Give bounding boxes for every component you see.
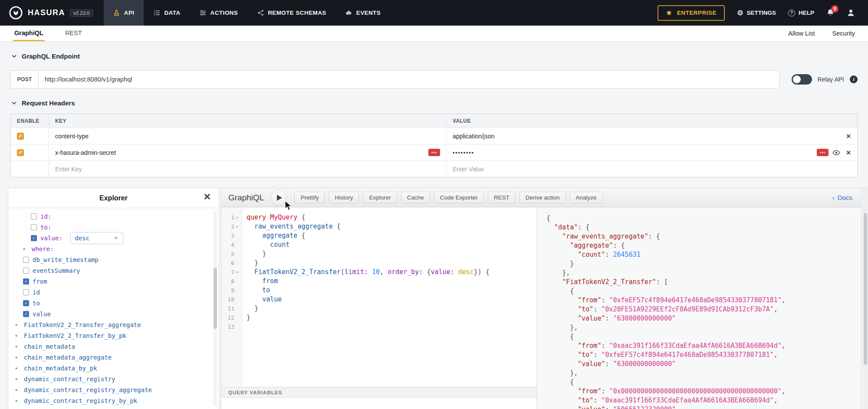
explorer-item-dynamic-contract-registry[interactable]: ▸dynamic_contract_registry: [8, 373, 219, 384]
expand-arrow-icon[interactable]: ▸: [15, 398, 20, 403]
link-allow-list[interactable]: Allow List: [788, 30, 815, 37]
field-checkbox[interactable]: [23, 289, 29, 295]
explorer-item-where-[interactable]: ▸where:: [8, 243, 219, 254]
remove-header-button[interactable]: ✕: [844, 133, 851, 140]
field-checkbox[interactable]: ✓: [31, 235, 37, 241]
hasura-brand[interactable]: HASURA v2.23.0: [0, 0, 104, 26]
query-variables-editor[interactable]: [221, 398, 537, 409]
expand-arrow-icon[interactable]: ▸: [15, 333, 20, 338]
field-checkbox[interactable]: [23, 268, 29, 274]
query-code[interactable]: query MyQuery { raw_events_aggregate { a…: [242, 207, 537, 387]
scrollbar-thumb[interactable]: [864, 213, 867, 365]
explorer-item-label: db_write_timestamp: [33, 256, 99, 263]
fold-arrow-icon[interactable]: ▾: [236, 224, 240, 229]
info-icon[interactable]: i: [850, 75, 858, 83]
nav-item-data[interactable]: DATA: [144, 0, 190, 26]
field-checkbox[interactable]: ✓: [23, 300, 29, 306]
field-checkbox[interactable]: ✓: [23, 278, 29, 285]
enterprise-button[interactable]: ENTERPRISE: [658, 5, 725, 21]
fold-arrow-icon[interactable]: ▾: [236, 215, 240, 220]
field-checkbox[interactable]: ✓: [23, 311, 29, 317]
field-checkbox[interactable]: [23, 257, 29, 263]
query-line: raw_events_aggregate {: [247, 222, 537, 231]
expand-arrow-icon[interactable]: ▸: [15, 322, 20, 327]
toolbar-button-explorer[interactable]: Explorer: [363, 192, 397, 203]
response-scrollbar[interactable]: [863, 187, 868, 409]
relay-api-toggle[interactable]: [792, 74, 812, 85]
explorer-item-to-[interactable]: to:: [8, 222, 219, 232]
link-security[interactable]: Security: [832, 30, 855, 37]
endpoint-row: POST Relay API i: [10, 70, 858, 88]
remove-header-button[interactable]: ✕: [844, 149, 851, 156]
expand-arrow-icon[interactable]: ▸: [15, 376, 20, 382]
toolbar-button-code-exporter[interactable]: Code Exporter: [434, 192, 484, 203]
docs-link[interactable]: ‹ Docs: [832, 194, 852, 201]
sort-direction-select[interactable]: desc: [70, 232, 123, 244]
explorer-item-value-[interactable]: ✓value:desc: [8, 232, 219, 243]
help-button[interactable]: ? HELP: [788, 10, 814, 16]
toolbar-button-cache[interactable]: Cache: [401, 192, 430, 203]
sliders-icon: [200, 10, 207, 16]
execute-query-button[interactable]: [271, 190, 286, 206]
expand-arrow-icon[interactable]: ▸: [15, 344, 20, 349]
explorer-item-value[interactable]: ✓value: [8, 308, 219, 319]
field-checkbox[interactable]: [31, 224, 37, 230]
header-value[interactable]: ••••••••: [453, 150, 813, 156]
explorer-item-dynamic-contract-registry-by-pk[interactable]: ▸dynamic_contract_registry_by_pk: [8, 395, 219, 406]
tab-rest[interactable]: REST: [64, 26, 83, 41]
expand-arrow-icon[interactable]: ▸: [15, 387, 20, 393]
expand-arrow-icon[interactable]: ▸: [23, 246, 28, 252]
header-key[interactable]: content-type: [55, 133, 440, 140]
user-menu-button[interactable]: [847, 9, 855, 17]
graphql-endpoint-input[interactable]: [38, 70, 779, 88]
top-navbar: HASURA v2.23.0 APIDATAACTIONSREMOTE SCHE…: [0, 0, 868, 26]
explorer-item-db-write-timestamp[interactable]: db_write_timestamp: [8, 254, 219, 265]
fold-arrow-icon[interactable]: ▾: [236, 270, 240, 275]
expand-arrow-icon[interactable]: ▸: [15, 365, 20, 371]
explorer-item-chain-metadata-aggregate[interactable]: ▸chain_metadata_aggregate: [8, 352, 219, 363]
explorer-item-id[interactable]: id: [8, 287, 219, 298]
settings-button[interactable]: ⚙ SETTINGS: [737, 10, 776, 16]
toolbar-button-derive-action[interactable]: Derive action: [519, 192, 566, 203]
field-checkbox[interactable]: [31, 213, 37, 219]
explorer-item-chain-metadata[interactable]: ▸chain_metadata: [8, 341, 219, 352]
docs-label: Docs: [838, 194, 852, 201]
new-header-value-input[interactable]: [453, 166, 851, 173]
query-variables-title: QUERY VARIABLES: [228, 390, 282, 395]
explorer-scrollbar[interactable]: [214, 212, 217, 406]
explorer-item-fiattokenv2-2-transfer-by-pk[interactable]: ▸FiatTokenV2_2_Transfer_by_pk: [8, 330, 219, 341]
close-icon[interactable]: ✕: [203, 192, 211, 201]
line-number: 10: [221, 295, 242, 304]
explorer-item-to[interactable]: ✓to: [8, 298, 219, 308]
toolbar-button-prettify[interactable]: Prettify: [294, 192, 325, 203]
graphql-endpoint-section-header[interactable]: GraphQL Endpoint: [11, 51, 868, 61]
explorer-item-chain-metadata-by-pk[interactable]: ▸chain_metadata_by_pk: [8, 363, 219, 373]
header-value[interactable]: application/json: [453, 133, 840, 140]
explorer-item-id-[interactable]: id:: [8, 211, 219, 222]
scrollbar-thumb[interactable]: [214, 268, 217, 329]
explorer-item-dynamic-contract-registry-aggregate[interactable]: ▸dynamic_contract_registry_aggregate: [8, 384, 219, 395]
nav-item-remote-schemas[interactable]: REMOTE SCHEMAS: [247, 0, 336, 26]
eye-icon[interactable]: [832, 149, 840, 157]
toolbar-button-analyze[interactable]: Analyze: [570, 192, 603, 203]
explorer-item-eventssummary[interactable]: eventsSummary: [8, 265, 219, 276]
query-line: to: [247, 286, 537, 295]
explorer-title: Explorer: [99, 194, 128, 202]
notifications-button[interactable]: 9: [826, 9, 835, 17]
explorer-item-from[interactable]: ✓from: [8, 276, 219, 287]
nav-item-actions[interactable]: ACTIONS: [190, 0, 248, 26]
expand-arrow-icon[interactable]: ▸: [15, 354, 20, 360]
toolbar-button-history[interactable]: History: [329, 192, 359, 203]
new-header-key-input[interactable]: [55, 166, 440, 173]
tab-graphiql[interactable]: GraphiQL: [13, 26, 45, 41]
http-method-label: POST: [10, 70, 38, 88]
enable-checkbox[interactable]: ✓: [17, 133, 24, 140]
nav-item-api[interactable]: API: [104, 0, 144, 26]
toolbar-button-rest[interactable]: REST: [488, 192, 516, 203]
request-headers-section-header[interactable]: Request Headers: [11, 98, 868, 108]
query-variables-header[interactable]: QUERY VARIABLES: [221, 387, 537, 398]
nav-item-events[interactable]: EVENTS: [336, 0, 390, 26]
enable-checkbox[interactable]: ✓: [17, 149, 24, 156]
explorer-item-fiattokenv2-2-transfer-aggregate[interactable]: ▸FiatTokenV2_2_Transfer_aggregate: [8, 319, 219, 330]
header-key[interactable]: x-hasura-admin-secret: [55, 149, 424, 156]
